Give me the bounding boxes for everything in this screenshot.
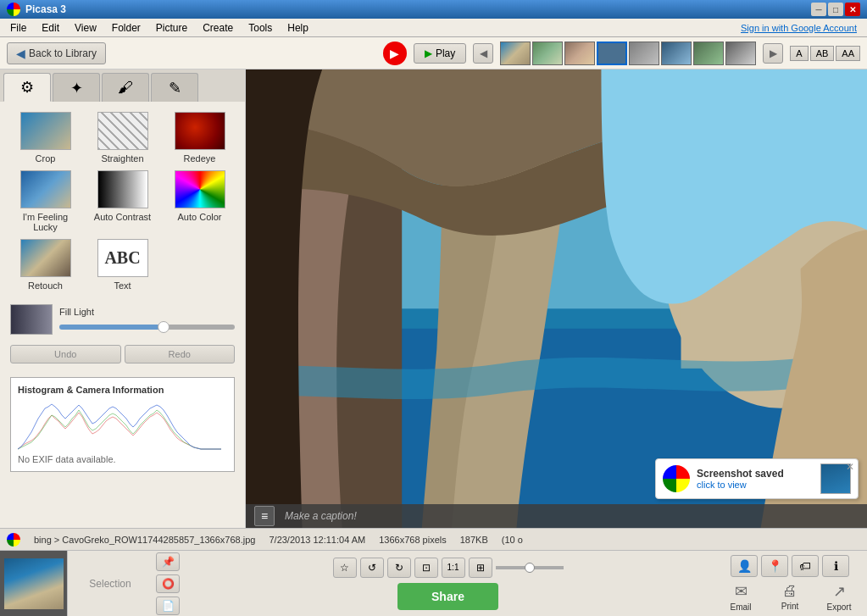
fit-button[interactable]: ⊞ [469,558,492,578]
crop-tool[interactable]: Crop [10,112,81,164]
fill-light-label: Fill Light [59,307,235,317]
bottom-right-tools: 👤 📍 🏷 ℹ [731,555,849,577]
bottom-center: ☆ ↺ ↻ ⊡ 1:1 ⊞ Share [183,558,713,610]
crop-thumbnail [20,112,71,150]
menu-picture[interactable]: Picture [149,20,194,36]
actual-size-button[interactable]: 1:1 [442,558,465,578]
thumbnail-4-active[interactable] [597,42,627,65]
thumbnail-2[interactable] [532,42,563,65]
contrast-thumbnail [97,170,148,208]
tag-button[interactable]: ⭕ [156,574,180,593]
window-title: Picasa 3 [25,3,66,15]
caption-input[interactable]: Make a caption! [275,510,859,522]
menu-file[interactable]: File [3,20,33,36]
text-size-a-button[interactable]: A [790,46,808,61]
redeye-tool[interactable]: Redeye [164,112,235,164]
menu-folder[interactable]: Folder [105,20,147,36]
lucky-tool[interactable]: I'm Feeling Lucky [10,170,81,232]
straighten-thumbnail [97,112,148,150]
retouch-label: Retouch [28,280,63,291]
print-button[interactable]: 🖨 Print [769,582,811,612]
fill-light-section: Fill Light [0,301,245,341]
straighten-label: Straighten [101,153,143,164]
retouch-thumbnail [20,239,71,277]
auto-contrast-tool[interactable]: Auto Contrast [87,170,158,232]
view-mode-button[interactable]: ⊡ [414,558,438,578]
menu-help[interactable]: Help [281,20,315,36]
auto-color-tool[interactable]: Auto Color [164,170,235,232]
text-size-aa-button[interactable]: AA [836,46,860,61]
export-icon: ↗ [833,582,846,601]
tab-tuning[interactable]: ✦ [53,73,100,102]
notification-subtitle: click to view [697,480,814,490]
crop-label: Crop [36,153,56,164]
status-dimensions: 1366x768 pixels [379,535,447,545]
thumbnail-8[interactable] [725,42,756,65]
info-button[interactable]: ℹ [822,555,849,577]
close-button[interactable]: ✕ [845,3,860,16]
menu-create[interactable]: Create [196,20,240,36]
folder-button[interactable]: 📄 [156,597,180,615]
menu-tools[interactable]: Tools [242,20,279,36]
thumbnail-7[interactable] [693,42,724,65]
straighten-tool[interactable]: Straighten [87,112,158,164]
rotate-right-button[interactable]: ↻ [387,558,411,578]
rotate-left-button[interactable]: ↺ [360,558,384,578]
text-label: Text [114,280,131,291]
bottom-right-section: 👤 📍 🏷 ℹ ✉ Email 🖨 Print ↗ Export [713,552,867,615]
maximize-button[interactable]: □ [828,3,843,16]
sign-in-link[interactable]: Sign in with Google Account [741,23,864,33]
current-image-thumbnail [4,558,64,609]
bottom-action-btns: ✉ Email 🖨 Print ↗ Export [720,582,860,612]
notification-text: Screenshot saved click to view [697,468,814,490]
status-count: (10 o [502,535,523,545]
image-area: ≡ Make a caption! Screenshot saved click… [246,69,867,528]
caption-icon[interactable]: ≡ [254,506,275,526]
prev-nav-button[interactable]: ◀ [473,43,493,64]
notification-icon [663,465,690,492]
redo-button[interactable]: Redo [125,345,236,363]
print-label: Print [781,602,799,611]
play-button[interactable]: ▶ Play [414,43,466,64]
pin-button[interactable]: 📌 [156,552,180,571]
undo-button[interactable]: Undo [10,345,121,363]
menu-edit[interactable]: Edit [35,20,66,36]
email-button[interactable]: ✉ Email [720,582,762,612]
app-icon [7,3,20,16]
people-button[interactable]: 👤 [731,555,758,577]
screenshot-notification[interactable]: Screenshot saved click to view ✕ [655,458,859,499]
star-button[interactable]: ☆ [333,558,357,578]
export-button[interactable]: ↗ Export [818,582,860,612]
location-button[interactable]: 📍 [761,555,788,577]
histogram-section: Histogram & Camera Information No EXIF d… [10,377,235,472]
back-label: Back to Library [29,47,97,59]
color-thumbnail [175,170,225,208]
undo-redo-section: Undo Redo [0,341,245,370]
notification-close-button[interactable]: ✕ [846,461,854,473]
thumbnail-6[interactable] [661,42,692,65]
thumbnail-5[interactable] [629,42,659,65]
share-button[interactable]: Share [397,583,498,610]
menu-view[interactable]: View [68,20,103,36]
retouch-tool[interactable]: Retouch [10,239,81,291]
lucky-thumbnail [20,170,71,208]
zoom-slider[interactable] [496,566,564,569]
fill-light-thumbnail [10,304,53,335]
next-nav-button[interactable]: ▶ [763,43,783,64]
back-to-library-button[interactable]: ◀ Back to Library [7,42,106,64]
menu-items: File Edit View Folder Picture Create Too… [3,20,315,36]
fill-light-slider-area: Fill Light [59,307,235,332]
thumbnail-1[interactable] [500,42,531,65]
slideshow-icon[interactable]: ▶ [383,42,407,65]
tab-other[interactable]: ✎ [151,73,198,102]
fill-light-slider[interactable] [59,325,235,330]
minimize-button[interactable]: ─ [811,3,826,16]
text-size-ab-button[interactable]: AB [810,46,835,61]
tab-effects[interactable]: 🖌 [102,73,149,102]
thumbnail-strip [500,42,756,65]
tab-basic-fixes[interactable]: ⚙ [3,73,51,102]
label-button[interactable]: 🏷 [792,555,819,577]
thumbnail-3[interactable] [564,42,595,65]
status-picasa-icon [7,533,20,547]
text-tool[interactable]: ABC Text [87,239,158,291]
